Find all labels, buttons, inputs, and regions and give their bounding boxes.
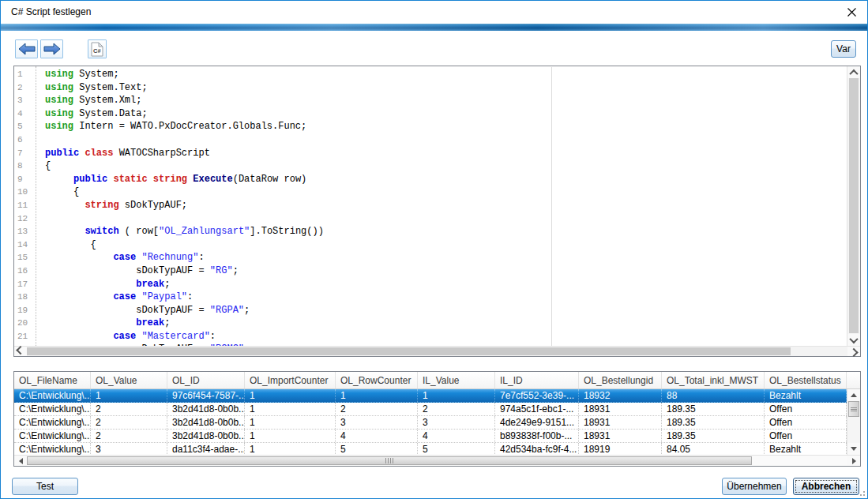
grid-cell[interactable]: C:\Entwicklung\... [14,389,91,402]
code-line[interactable]: public static string Execute(DataRow row… [45,173,847,186]
column-header-OL_Value[interactable]: OL_Value [91,372,167,388]
column-header-OL_ID[interactable]: OL_ID [167,372,245,388]
table-row[interactable]: C:\Entwicklung\...23b2d41d8-0b0b...144b8… [14,430,847,443]
vertical-scrollbar-thumb[interactable] [849,78,859,333]
grid-cell[interactable]: 1 [245,389,336,402]
grid-scroll-right-button[interactable] [847,456,860,466]
grid-cell[interactable]: 974a5c1f-ebc1-... [495,403,579,415]
column-header-OL_Bestellstatus[interactable]: OL_Bestellstatus [765,372,847,388]
code-line[interactable]: using System.Text; [45,81,847,95]
grid-cell[interactable]: 1 [245,443,336,455]
grid-cell[interactable]: Bezahlt [765,443,847,455]
code-editor[interactable]: 12345678910111213141516171819202122 usin… [13,66,861,357]
grid-cell[interactable]: 3 [418,416,495,429]
grid-cell[interactable]: Offen [765,403,847,415]
column-header-OL_Bestellungid[interactable]: OL_Bestellungid [579,372,662,388]
cancel-button[interactable]: Abbrechen [793,478,859,495]
grid-cell[interactable]: da11c3f4-adae-... [167,443,245,455]
scroll-up-button[interactable] [847,66,860,78]
grid-cell[interactable]: 1 [91,389,167,402]
grid-cell[interactable]: 18931 [579,416,662,429]
back-button[interactable] [15,39,38,58]
column-header-OL_RowCounter[interactable]: OL_RowCounter [336,372,418,388]
column-header-IL_ID[interactable]: IL_ID [495,372,579,388]
column-header-OL_Total_inkl_MWST[interactable]: OL_Total_inkl_MWST [662,372,765,388]
column-header-OL_FileName[interactable]: OL_FileName [14,372,91,388]
grid-cell[interactable]: 1 [245,430,336,442]
scroll-down-button[interactable] [847,334,860,346]
grid-cell[interactable]: 3b2d41d8-0b0b... [167,416,245,429]
table-row[interactable]: C:\Entwicklung\...197c6f454-7587-...1117… [14,389,847,403]
code-line[interactable]: break; [45,278,847,291]
grid-cell[interactable]: 2 [91,403,167,415]
grid-cell[interactable]: 189.35 [662,403,765,415]
grid-cell[interactable]: 4 [336,430,418,442]
grid-horizontal-scrollbar-thumb[interactable] [27,456,752,465]
grid-cell[interactable]: Offen [765,430,847,442]
table-row[interactable]: C:\Entwicklung\...23b2d41d8-0b0b...12297… [14,403,847,416]
code-line[interactable]: case "Mastercard": [45,330,847,343]
grid-cell[interactable]: 84.05 [662,443,765,455]
code-line[interactable]: sDokTypAUF = "RG"; [45,265,847,278]
code-line[interactable]: switch ( row["OL_Zahlungsart"].ToString(… [45,225,847,238]
editor-horizontal-scrollbar[interactable] [14,346,860,356]
grid-scroll-down-button[interactable] [847,443,860,455]
data-grid[interactable]: OL_FileNameOL_ValueOL_IDOL_ImportCounter… [13,371,861,467]
code-line[interactable]: public class WATOCSharpScript [45,147,847,160]
code-line[interactable]: using Intern = WATO.PxDocCreator.Globals… [45,120,847,133]
grid-cell[interactable]: 1 [245,416,336,429]
apply-button[interactable]: Übernehmen [722,478,787,495]
csharp-script-button[interactable]: C# [88,39,107,58]
code-line[interactable]: case "Rechnung": [45,251,847,265]
grid-cell[interactable]: 189.35 [662,416,765,429]
grid-cell[interactable]: 7e7cf552-3e39-... [495,389,579,402]
grid-cell[interactable]: 4 [418,430,495,442]
grid-cell[interactable]: 2 [91,416,167,429]
code-line[interactable]: using System.Data; [45,107,847,121]
grid-cell[interactable]: C:\Entwicklung\... [14,403,91,415]
grid-cell[interactable]: 18931 [579,403,662,415]
grid-cell[interactable]: 3 [336,416,418,429]
grid-cell[interactable]: 4de249e9-9151... [495,416,579,429]
grid-cell[interactable]: 3 [91,443,167,455]
grid-vertical-scrollbar-thumb[interactable] [848,401,859,417]
grid-cell[interactable]: 18931 [579,430,662,442]
grid-cell[interactable]: C:\Entwicklung\... [14,416,91,429]
grid-scroll-up-button[interactable] [847,389,860,401]
grid-cell[interactable]: 189.35 [662,430,765,442]
grid-cell[interactable]: 97c6f454-7587-... [167,389,245,402]
grid-cell[interactable]: 5 [336,443,418,455]
code-line[interactable]: { [45,186,847,199]
table-row[interactable]: C:\Entwicklung\...23b2d41d8-0b0b...1334d… [14,416,847,430]
editor-vertical-scrollbar[interactable] [847,66,860,346]
code-line[interactable]: break; [45,317,847,330]
scroll-right-button[interactable] [847,347,860,356]
code-line[interactable]: { [45,238,847,252]
grid-cell[interactable]: Bezahlt [765,389,847,402]
horizontal-scrollbar-thumb[interactable] [27,347,791,355]
var-button[interactable]: Var [831,40,856,58]
grid-horizontal-scrollbar[interactable] [14,455,860,466]
column-header-IL_Value[interactable]: IL_Value [418,372,495,388]
grid-cell[interactable]: b893838f-f00b-... [495,430,579,442]
code-content[interactable]: using System;using System.Text;using Sys… [36,66,847,346]
code-line[interactable]: using System.Xml; [45,94,847,107]
resize-grip[interactable] [857,488,865,496]
column-header-OL_ImportCounter[interactable]: OL_ImportCounter [245,372,336,388]
scroll-left-button[interactable] [14,347,27,356]
code-line[interactable] [45,133,847,147]
test-button[interactable]: Test [12,478,78,495]
grid-cell[interactable]: 5 [418,443,495,455]
grid-cell[interactable]: C:\Entwicklung\... [14,430,91,442]
grid-cell[interactable]: 2 [91,430,167,442]
grid-vertical-scrollbar[interactable] [847,389,860,455]
grid-cell[interactable]: 2 [418,403,495,415]
grid-cell[interactable]: 3b2d41d8-0b0b... [167,403,245,415]
grid-cell[interactable]: 88 [662,389,765,402]
table-row[interactable]: C:\Entwicklung\...3da11c3f4-adae-...1554… [14,443,847,455]
grid-cell[interactable]: C:\Entwicklung\... [14,443,91,455]
forward-button[interactable] [40,39,63,58]
code-line[interactable]: using System; [45,68,847,81]
grid-cell[interactable]: 18919 [579,443,662,455]
code-line[interactable]: { [45,159,847,173]
